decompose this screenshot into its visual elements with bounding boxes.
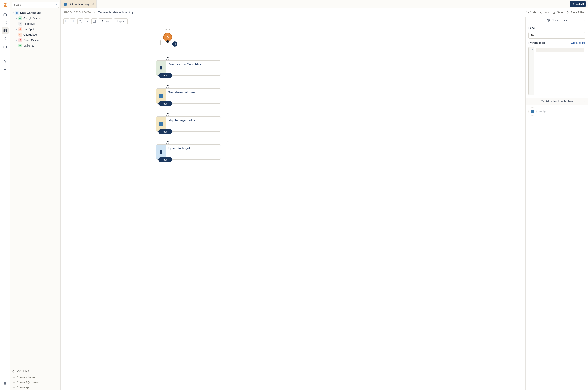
zoom-out-button[interactable] <box>84 18 90 24</box>
code-icon <box>526 11 529 14</box>
chevron-down-icon: ⌄ <box>584 19 586 22</box>
plus-icon <box>12 381 15 384</box>
connector-icon: ✉ <box>18 44 22 48</box>
start-code-badge[interactable] <box>172 42 177 47</box>
svg-rect-23 <box>94 21 95 22</box>
node-title: Transform columns <box>166 89 198 103</box>
action-code[interactable]: Code <box>526 11 536 14</box>
connector-icon: E <box>18 38 22 42</box>
download-icon <box>553 11 556 14</box>
node-out-port[interactable]: out <box>158 101 172 106</box>
svg-marker-14 <box>567 11 569 13</box>
node-out-port[interactable]: out <box>158 157 172 162</box>
svg-line-20 <box>87 22 88 23</box>
caret-down-icon: ▾ <box>12 12 14 14</box>
import-button[interactable]: Import <box>114 18 128 24</box>
brand-logo-icon <box>2 2 8 7</box>
quicklink-item[interactable]: Create app <box>10 385 60 390</box>
flow-edge <box>168 43 168 58</box>
caret-right-icon: ▸ <box>15 28 17 30</box>
undo-button[interactable] <box>63 18 69 24</box>
svg-point-5 <box>4 69 5 70</box>
fit-to-screen-button[interactable] <box>91 18 97 24</box>
connector-icon: C <box>18 33 22 37</box>
svg-point-6 <box>4 382 6 384</box>
label-input[interactable] <box>529 32 585 39</box>
tree-item[interactable]: ▸ ✉ Mailerlite <box>12 43 59 48</box>
breadcrumb-separator-icon: › <box>94 11 95 14</box>
caret-right-icon: ▸ <box>15 23 17 25</box>
nav-databases[interactable] <box>1 19 8 26</box>
svg-point-27 <box>548 20 548 20</box>
caret-right-icon: ▸ <box>15 17 17 19</box>
svg-point-30 <box>543 101 544 101</box>
quicklink-item[interactable]: Create SQL query <box>10 380 60 385</box>
nav-settings[interactable] <box>1 66 8 73</box>
code-field-label: Python code <box>529 41 545 44</box>
action-save-run[interactable]: Save & Run <box>566 11 585 14</box>
svg-point-28 <box>541 100 542 101</box>
tab-close-icon[interactable]: × <box>91 2 95 6</box>
block-type-script[interactable]: Script <box>529 107 585 116</box>
start-out-port[interactable] <box>166 40 169 43</box>
tree-item[interactable]: ▸ E Exact Online <box>12 37 59 43</box>
play-icon <box>566 11 570 14</box>
python-icon <box>529 107 536 116</box>
svg-marker-24 <box>167 36 169 38</box>
tree-root-data-warehouse[interactable]: ▾ ▥ Data warehouse <box>12 10 59 16</box>
node-out-port[interactable]: out <box>158 129 172 134</box>
action-logs[interactable]: Logs <box>539 11 550 14</box>
svg-rect-2 <box>3 29 6 32</box>
nav-data[interactable] <box>1 27 8 34</box>
action-save[interactable]: Save <box>553 11 563 14</box>
ask-ai-button[interactable]: Ask AI <box>570 1 586 7</box>
details-panel: Block details ⌄ Label Python code Open e… <box>526 17 588 390</box>
export-button[interactable]: Export <box>99 18 113 24</box>
caret-right-icon: ▸ <box>15 34 17 36</box>
search-clear-icon[interactable]: × <box>56 3 57 6</box>
node-title: Read source Excel files <box>166 60 203 75</box>
nav-home[interactable] <box>1 11 8 18</box>
chevron-down-icon: ⌄ <box>584 100 586 103</box>
tree-item[interactable]: ▸ P Pipedrive <box>12 21 59 26</box>
node-out-port[interactable]: out <box>158 73 172 78</box>
tab-data-onboarding[interactable]: Data onboarding × <box>60 0 97 8</box>
quicklinks-header[interactable]: QUICK LINKS ⌄ <box>10 367 60 375</box>
search-input[interactable] <box>12 1 59 8</box>
redo-button[interactable] <box>70 18 76 24</box>
nav-activity[interactable] <box>1 58 8 65</box>
connector-icon: P <box>18 22 22 26</box>
tree-item-label: HubSpot <box>23 28 34 31</box>
tree-item[interactable]: ▸ ▦ Google Sheets <box>12 16 59 21</box>
quicklinks-title: QUICK LINKS <box>12 370 29 373</box>
panel-header-add-block[interactable]: Add a block to the flow ⌄ <box>526 98 588 105</box>
caret-right-icon: ▸ <box>15 45 17 47</box>
tree-item-label: Mailerlite <box>23 44 34 47</box>
plus-icon <box>12 376 15 379</box>
tree-item-label: Google Sheets <box>23 17 42 20</box>
nav-packages[interactable] <box>1 44 8 50</box>
quicklink-item[interactable]: Create schema <box>10 375 60 380</box>
breadcrumb-leaf: Teamleader data onboarding <box>98 11 133 14</box>
nav-user[interactable] <box>1 380 8 387</box>
breadcrumb-root[interactable]: PRODUCTION DATA <box>63 11 91 14</box>
svg-rect-1 <box>4 23 6 24</box>
open-editor-link[interactable]: Open editor <box>571 41 585 44</box>
nav-launch[interactable] <box>1 35 8 43</box>
terminal-icon <box>539 11 543 14</box>
label-field-label: Label <box>529 26 585 30</box>
info-icon <box>547 19 550 22</box>
svg-rect-22 <box>93 20 95 23</box>
code-editor[interactable]: 1 <box>529 47 585 95</box>
start-label: Start <box>165 28 171 31</box>
svg-line-16 <box>81 22 81 23</box>
tree-item[interactable]: ▸ ✱ HubSpot <box>12 26 59 32</box>
panel-header-block-details[interactable]: Block details ⌄ <box>526 17 588 24</box>
data-warehouse-icon: ▥ <box>15 11 19 15</box>
sidebar: × ▾ ▥ Data warehouse ▸ ▦ Google Sheets▸ … <box>10 0 60 390</box>
flow-icon <box>541 100 544 103</box>
plus-icon <box>12 386 15 389</box>
tree-item[interactable]: ▸ C Chargebee <box>12 32 59 37</box>
zoom-in-button[interactable] <box>77 18 83 24</box>
flow-canvas[interactable]: Start Read source Excel filesout Transfo… <box>60 26 526 390</box>
